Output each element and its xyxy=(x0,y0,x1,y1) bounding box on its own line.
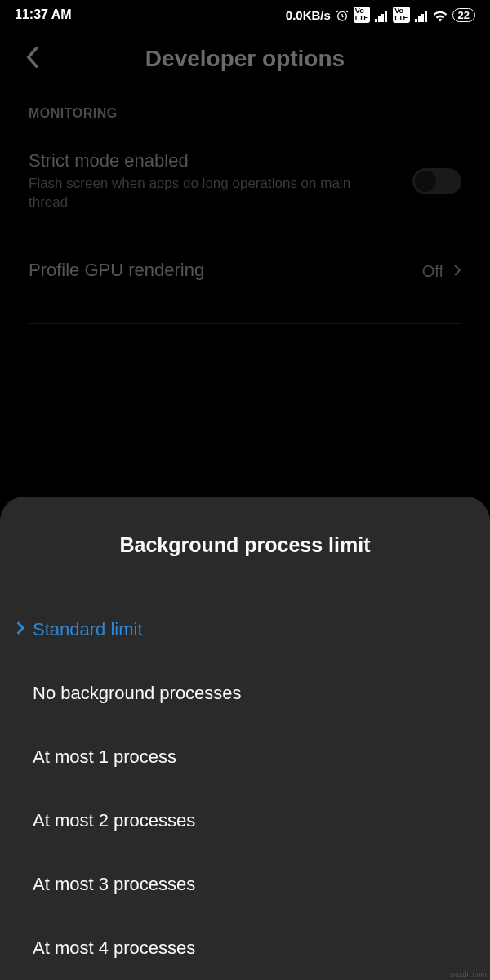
svg-rect-8 xyxy=(425,11,427,22)
option-label: At most 3 processes xyxy=(33,874,195,895)
setting-value-group: Off xyxy=(422,262,461,281)
option-at-most-2[interactable]: At most 2 processes xyxy=(0,789,490,853)
setting-title: Profile GPU rendering xyxy=(29,260,422,281)
watermark: wsxdn.com xyxy=(450,970,487,978)
setting-title: Strict mode enabled xyxy=(29,150,412,172)
option-at-most-1[interactable]: At most 1 process xyxy=(0,725,490,789)
svg-rect-3 xyxy=(381,14,384,22)
setting-gpu-rendering[interactable]: Profile GPU rendering Off xyxy=(0,227,490,299)
setting-value: Off xyxy=(422,262,443,281)
volte-icon-1: VoLTE xyxy=(354,7,370,23)
option-at-most-3[interactable]: At most 3 processes xyxy=(0,853,490,916)
data-rate: 0.0KB/s xyxy=(286,8,331,22)
status-time: 11:37 AM xyxy=(15,7,72,22)
status-right: 0.0KB/s VoLTE VoLTE 22 xyxy=(286,7,475,23)
svg-rect-5 xyxy=(415,19,417,22)
option-label: At most 4 processes xyxy=(33,938,195,959)
setting-main: Strict mode enabled Flash screen when ap… xyxy=(29,150,412,212)
svg-rect-2 xyxy=(378,16,381,22)
setting-desc: Flash screen when apps do long operation… xyxy=(29,175,372,212)
setting-strict-mode[interactable]: Strict mode enabled Flash screen when ap… xyxy=(0,136,490,227)
sheet-title: Background process limit xyxy=(0,533,490,557)
svg-rect-6 xyxy=(418,16,421,22)
svg-rect-7 xyxy=(421,14,424,22)
signal-icon-1 xyxy=(375,7,388,21)
option-standard-limit[interactable]: Standard limit xyxy=(0,598,490,662)
volte-icon-2: VoLTE xyxy=(393,7,409,23)
svg-rect-4 xyxy=(385,11,387,22)
svg-rect-1 xyxy=(375,19,377,22)
option-label: At most 1 process xyxy=(33,746,176,768)
option-no-background[interactable]: No background processes xyxy=(0,662,490,725)
alarm-icon xyxy=(336,7,349,22)
signal-icon-2 xyxy=(415,7,428,21)
option-label: At most 2 processes xyxy=(33,810,195,831)
chevron-right-icon xyxy=(453,262,461,281)
wifi-icon xyxy=(433,7,448,21)
option-label: No background processes xyxy=(33,683,242,704)
battery-indicator: 22 xyxy=(452,8,475,22)
strict-mode-toggle[interactable] xyxy=(412,168,461,194)
back-button[interactable] xyxy=(24,46,39,72)
setting-main: Profile GPU rendering xyxy=(29,260,422,284)
chevron-right-icon xyxy=(15,619,26,640)
status-bar: 11:37 AM 0.0KB/s VoLTE VoLTE 22 xyxy=(0,0,490,29)
option-at-most-4[interactable]: At most 4 processes xyxy=(0,916,490,980)
divider xyxy=(29,323,461,324)
section-header-monitoring: MONITORING xyxy=(0,96,490,136)
page-title: Developer options xyxy=(24,46,466,72)
header: Developer options xyxy=(0,29,490,96)
option-label: Standard limit xyxy=(33,619,143,640)
bottom-sheet: Background process limit Standard limit … xyxy=(0,497,490,980)
